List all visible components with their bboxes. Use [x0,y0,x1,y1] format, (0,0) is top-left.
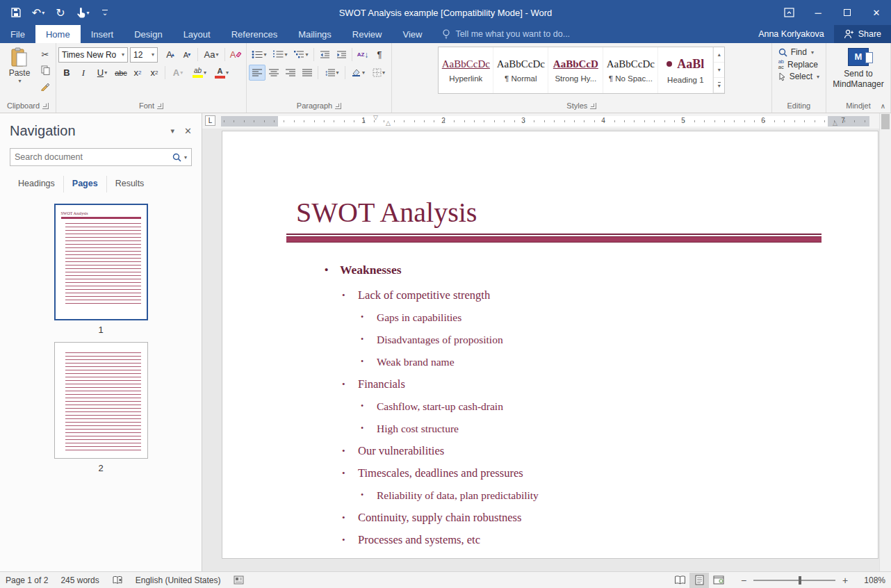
shrink-font-button[interactable]: A▾ [179,47,195,63]
paragraph-dialog-launcher[interactable] [335,103,341,109]
document-title[interactable]: SWOT Analysis [296,196,878,229]
ribbon-tab[interactable]: Layout [173,25,221,43]
touch-mode-dropdown-icon[interactable]: ▾ [86,10,89,16]
document-bullet-item[interactable]: • Financials [222,377,878,391]
close-button[interactable]: ✕ [862,0,891,25]
clear-formatting-button[interactable]: A [227,47,244,63]
paste-dropdown-icon[interactable]: ▾ [18,78,21,84]
maximize-button[interactable] [833,0,862,25]
minimize-button[interactable]: ─ [803,0,833,25]
align-center-button[interactable] [265,65,282,81]
subscript-button[interactable]: x2 [129,65,146,81]
document-bullet-item[interactable]: • Cashflow, start-up cash-drain [222,399,878,414]
change-case-button[interactable]: Aa▾ [200,47,222,63]
navigation-options-button[interactable]: ▾ [171,126,175,136]
customize-qat-button[interactable]: ⌄ [96,3,114,22]
proofing-status[interactable] [112,575,123,585]
page-thumbnail[interactable]: SWOT Analysis 1 [54,204,148,335]
ruler[interactable]: L 1 2 3 4 5 6 7 ▽ △ △ [202,113,879,129]
redo-button[interactable]: ↻ [51,3,70,22]
styles-dialog-launcher[interactable] [590,103,596,109]
navigation-tab[interactable]: Results [107,176,153,193]
strikethrough-button[interactable]: abc [113,65,129,81]
font-name-combo[interactable]: Times New Ro▾ [58,47,128,63]
tab-selector[interactable]: L [205,115,215,126]
read-mode-button[interactable] [670,573,689,588]
document-bullet-item[interactable]: • Reliability of data, plan predictabili… [222,488,878,503]
multilevel-dropdown-icon[interactable]: ▾ [305,51,308,58]
search-dropdown-icon[interactable]: ▾ [184,154,187,161]
font-name-dropdown-icon[interactable]: ▾ [119,51,124,58]
document-bullet-item[interactable]: • Weaknesses [222,263,878,277]
underline-button[interactable]: U▾ [92,65,113,81]
zoom-percentage[interactable]: 108% [855,575,885,585]
change-case-dropdown-icon[interactable]: ▾ [215,51,218,58]
word-count[interactable]: 245 words [60,575,99,585]
language-status[interactable]: English (United States) [136,575,221,585]
decrease-indent-button[interactable] [316,47,333,63]
vertical-scrollbar[interactable] [879,113,891,571]
zoom-in-button[interactable]: + [841,575,849,586]
page-thumbnail-image[interactable] [54,342,148,459]
input-status[interactable] [234,575,244,585]
line-spacing-button[interactable]: ↕▾ [320,65,343,81]
hanging-indent-marker[interactable]: △ [386,120,391,126]
touch-mouse-mode-button[interactable]: ▾ [74,3,92,22]
document-bullet-item[interactable]: • Timescales, deadlines and pressures [222,466,878,480]
grow-font-button[interactable]: A▴ [162,47,179,63]
zoom-slider-thumb[interactable] [799,576,801,585]
sort-button[interactable]: AZ↓ [354,47,371,63]
numbering-button[interactable]: ▾ [270,47,291,63]
ribbon-tab[interactable]: View [392,25,432,43]
document-bullet-item[interactable]: • Processes and systems, etc [222,532,878,547]
page-thumbnail-image[interactable]: SWOT Analysis [54,204,148,320]
user-name[interactable]: Anna Korlyakova [749,25,834,43]
justify-button[interactable] [299,65,316,81]
shading-dropdown-icon[interactable]: ▾ [362,70,365,76]
ribbon-tab[interactable]: Mailings [288,25,342,43]
align-left-button[interactable] [249,65,265,81]
superscript-button[interactable]: x2 [146,65,163,81]
find-dropdown-icon[interactable]: ▾ [811,49,814,56]
undo-dropdown-icon[interactable]: ▾ [42,10,44,16]
font-size-combo[interactable]: 12▾ [130,47,158,63]
tell-me-box[interactable]: Tell me what you want to do... [442,25,570,43]
bullets-dropdown-icon[interactable]: ▾ [263,51,266,58]
ribbon-display-options-button[interactable] [774,0,803,25]
numbering-dropdown-icon[interactable]: ▾ [284,51,287,58]
highlight-dropdown-icon[interactable]: ▾ [204,70,206,76]
underline-dropdown-icon[interactable]: ▾ [104,70,107,76]
replace-button[interactable]: abac Replace [778,59,819,70]
ribbon-tab[interactable]: References [221,25,288,43]
save-button[interactable] [7,3,25,22]
ribbon-tab[interactable]: Insert [81,25,124,43]
style-gallery-item[interactable]: AaBbCcDc Hyperlink [439,47,493,93]
borders-dropdown-icon[interactable]: ▾ [382,70,385,76]
style-gallery-item[interactable]: AaBbCcDc ¶ Normal [493,47,548,93]
styles-scroll-down-button[interactable]: ▾ [714,63,724,78]
vertical-scrollbar-thumb[interactable] [881,114,890,129]
document-bullet-item[interactable]: • Gaps in capabilities [222,310,878,325]
bullets-button[interactable]: ▾ [249,47,270,63]
align-right-button[interactable] [282,65,299,81]
bold-button[interactable]: B [58,65,75,81]
ribbon-tab[interactable]: Design [124,25,172,43]
page-thumbnail[interactable]: 2 [54,342,148,473]
send-to-mindmanager-button[interactable]: M Send to MindManager [828,45,888,90]
font-color-button[interactable]: A▾ [211,65,233,81]
collapse-ribbon-button[interactable]: ∧ [881,102,885,110]
ribbon-tab[interactable]: File [0,25,35,43]
document-bullet-item[interactable]: • Lack of competitive strength [222,288,878,302]
select-dropdown-icon[interactable]: ▾ [817,74,819,80]
multilevel-list-button[interactable]: ▾ [291,47,311,63]
increase-indent-button[interactable] [333,47,350,63]
document-bullet-item[interactable]: • Disadvantages of proposition [222,332,878,347]
print-layout-button[interactable] [689,573,709,588]
navigation-tab[interactable]: Headings [10,176,64,193]
style-gallery-item[interactable]: AaBbCcDc ¶ No Spac... [603,47,658,93]
style-gallery-item[interactable]: AaBbCcD Strong Hy... [548,47,603,93]
document-page[interactable]: SWOT Analysis • Weaknesses • Lack of com… [222,131,878,559]
navigation-close-button[interactable]: ✕ [184,126,192,136]
italic-button[interactable]: I [75,65,92,81]
ribbon-tab[interactable]: Home [35,25,81,43]
